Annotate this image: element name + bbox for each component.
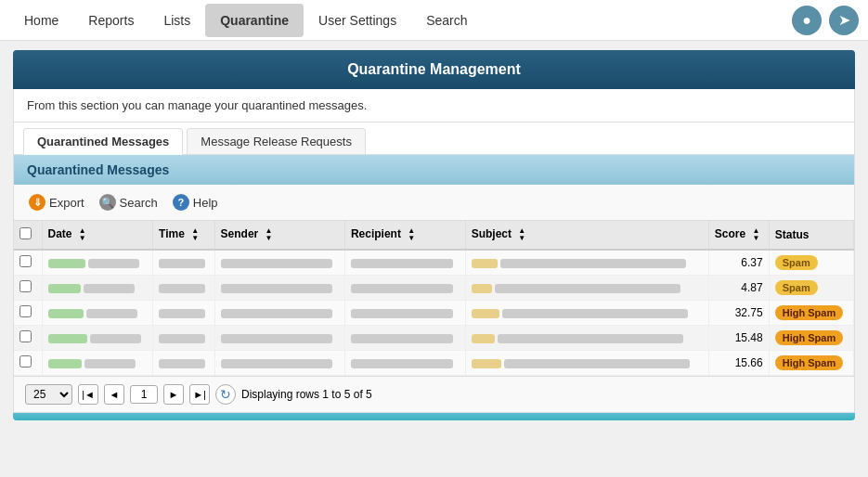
row-checkbox[interactable] (19, 280, 32, 292)
pagination-display: Displaying rows 1 to 5 of 5 (241, 388, 372, 401)
row-checkbox[interactable] (19, 355, 32, 367)
cell-sender (214, 276, 344, 301)
nav-bar: Home Reports Lists Quarantine User Setti… (0, 0, 868, 41)
cell-time (153, 326, 214, 351)
status-badge: High Spam (775, 305, 843, 320)
sender-sort-arrows[interactable]: ▲▼ (266, 227, 273, 242)
section-header-title: Quarantine Management (347, 61, 521, 77)
table-row[interactable]: 15.48High Spam (14, 326, 854, 351)
cell-time (153, 351, 214, 376)
cell-time (153, 301, 214, 326)
refresh-button[interactable]: ↻ (215, 384, 236, 405)
recipient-sort-arrows[interactable]: ▲▼ (408, 227, 415, 242)
cell-date (42, 326, 153, 351)
tab-quarantined-messages[interactable]: Quarantined Messages (23, 128, 183, 155)
nav-user-settings[interactable]: User Settings (304, 4, 411, 37)
export-label: Export (49, 196, 84, 210)
col-time[interactable]: Time ▲▼ (153, 221, 214, 250)
cell-sender (214, 326, 344, 351)
search-label: Search (120, 196, 158, 210)
status-badge: Spam (775, 255, 818, 270)
quarantined-messages-title: Quarantined Messages (14, 155, 854, 185)
col-checkbox (14, 221, 42, 250)
cell-recipient (344, 351, 465, 376)
tab-message-release-requests[interactable]: Message Release Requests (187, 128, 366, 154)
cell-status: High Spam (769, 326, 853, 351)
cell-score: 15.66 (708, 351, 769, 376)
cell-sender (214, 301, 344, 326)
messages-table: Date ▲▼ Time ▲▼ Sender ▲▼ Recipient ▲▼ (14, 221, 854, 376)
next-page-button[interactable]: ► (163, 384, 184, 405)
logout-button[interactable]: ➤ (829, 6, 859, 35)
help-button[interactable]: ? Help (169, 192, 222, 213)
date-sort-arrows[interactable]: ▲▼ (79, 227, 86, 242)
table-row[interactable]: 4.87Spam (14, 276, 854, 301)
page-number-input[interactable] (130, 385, 158, 404)
inner-section: Quarantined Messages ⇓ Export 🔍 Search ?… (13, 155, 855, 413)
col-sender[interactable]: Sender ▲▼ (214, 221, 344, 250)
nav-lists[interactable]: Lists (149, 4, 205, 37)
table-row[interactable]: 6.37Spam (14, 250, 854, 276)
cell-recipient (344, 301, 465, 326)
col-subject[interactable]: Subject ▲▼ (465, 221, 708, 250)
col-score[interactable]: Score ▲▼ (708, 221, 769, 250)
main-content: Quarantine Management From this section … (0, 41, 868, 430)
nav-search[interactable]: Search (411, 4, 482, 37)
score-sort-arrows[interactable]: ▲▼ (752, 227, 759, 242)
cell-subject (465, 301, 708, 326)
help-label: Help (193, 196, 218, 210)
nav-home[interactable]: Home (9, 4, 73, 37)
cell-recipient (344, 276, 465, 301)
cell-recipient (344, 326, 465, 351)
cell-score: 32.75 (708, 301, 769, 326)
col-recipient[interactable]: Recipient ▲▼ (344, 221, 465, 250)
description-text: From this section you can manage your qu… (13, 89, 855, 122)
cell-time (153, 276, 214, 301)
cell-date (42, 276, 153, 301)
nav-quarantine[interactable]: Quarantine (205, 4, 304, 37)
col-date[interactable]: Date ▲▼ (42, 221, 153, 250)
first-page-button[interactable]: |◄ (78, 384, 98, 405)
help-icon: ? (173, 194, 189, 211)
cell-date (42, 351, 153, 376)
status-badge: Spam (775, 280, 818, 295)
table-row[interactable]: 15.66High Spam (14, 351, 854, 376)
cell-time (153, 250, 214, 276)
cell-subject (465, 276, 708, 301)
nav-icons: ● ➤ (792, 6, 859, 35)
table-header-row: Date ▲▼ Time ▲▼ Sender ▲▼ Recipient ▲▼ (14, 221, 854, 250)
time-sort-arrows[interactable]: ▲▼ (191, 227, 199, 242)
cell-status: High Spam (769, 351, 853, 376)
prev-page-button[interactable]: ◄ (104, 384, 124, 405)
status-badge: High Spam (775, 355, 843, 370)
cell-subject (465, 250, 708, 276)
export-icon: ⇓ (29, 194, 45, 211)
search-icon: 🔍 (99, 194, 116, 211)
pagination-bar: 25 10 50 100 |◄ ◄ ► ►| ↻ Displaying rows… (14, 376, 854, 412)
table-toolbar: ⇓ Export 🔍 Search ? Help (14, 185, 854, 221)
rows-per-page-select[interactable]: 25 10 50 100 (25, 384, 72, 405)
row-checkbox[interactable] (19, 305, 32, 317)
tabs-container: Quarantined Messages Message Release Req… (13, 122, 855, 155)
cell-subject (465, 326, 708, 351)
description-label: From this section you can manage your qu… (27, 98, 367, 112)
export-button[interactable]: ⇓ Export (25, 192, 88, 213)
subject-sort-arrows[interactable]: ▲▼ (518, 227, 525, 242)
last-page-button[interactable]: ►| (189, 384, 210, 405)
cell-sender (214, 351, 344, 376)
table-row[interactable]: 32.75High Spam (14, 301, 854, 326)
quarantined-messages-label: Quarantined Messages (27, 162, 169, 177)
cell-sender (214, 250, 344, 276)
cell-date (42, 250, 153, 276)
cell-score: 6.37 (708, 250, 769, 276)
select-all-checkbox[interactable] (19, 227, 32, 239)
cell-status: Spam (769, 250, 853, 276)
row-checkbox[interactable] (19, 330, 32, 342)
cell-recipient (344, 250, 465, 276)
user-profile-button[interactable]: ● (792, 6, 822, 35)
row-checkbox[interactable] (19, 255, 32, 267)
col-status: Status (769, 221, 853, 250)
nav-reports[interactable]: Reports (73, 4, 149, 37)
cell-score: 15.48 (708, 326, 769, 351)
search-button[interactable]: 🔍 Search (96, 192, 162, 213)
